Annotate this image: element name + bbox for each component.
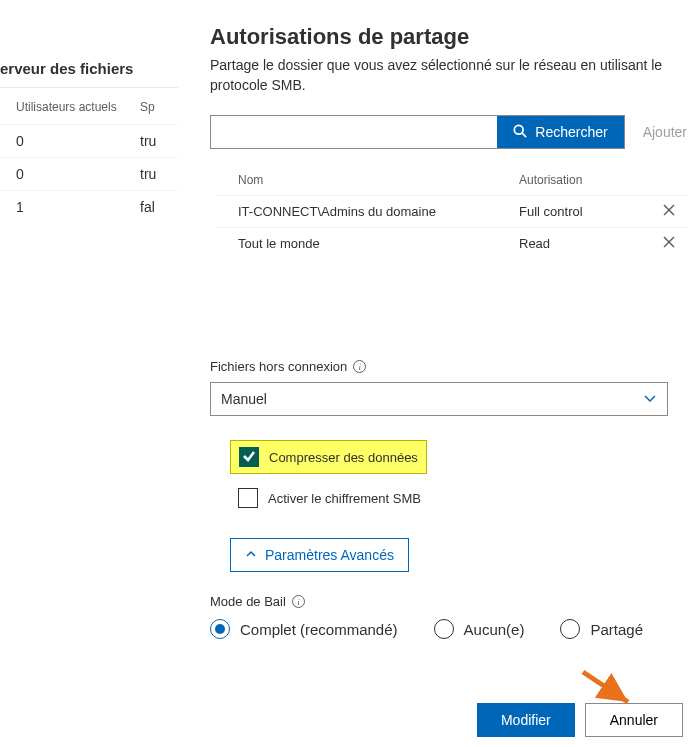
add-button[interactable]: Ajouter: [635, 115, 695, 149]
search-icon: [513, 124, 527, 141]
table-row: 0 tru: [0, 124, 178, 157]
chevron-down-icon: [643, 391, 657, 408]
permission-auth: Read: [519, 236, 649, 251]
remove-permission-button[interactable]: [649, 236, 689, 251]
table-row: 0 tru: [0, 157, 178, 190]
offline-files-select[interactable]: Manuel: [210, 382, 668, 416]
info-icon[interactable]: i: [353, 360, 366, 373]
cancel-button[interactable]: Annuler: [585, 703, 683, 737]
svg-line-6: [583, 672, 628, 702]
encrypt-smb-label: Activer le chiffrement SMB: [268, 491, 421, 506]
advanced-settings-label: Paramètres Avancés: [265, 547, 394, 563]
col-name: Nom: [216, 173, 519, 187]
lease-shared-radio[interactable]: Partagé: [560, 619, 643, 639]
modify-button[interactable]: Modifier: [477, 703, 575, 737]
encrypt-smb-checkbox[interactable]: [238, 488, 258, 508]
search-input[interactable]: [211, 116, 497, 148]
search-box: Rechercher: [210, 115, 625, 149]
section-title: erveur des fichiers: [0, 60, 178, 88]
svg-line-1: [522, 133, 526, 137]
chevron-up-icon: [245, 547, 257, 563]
search-button[interactable]: Rechercher: [497, 116, 623, 148]
lease-full-radio[interactable]: Complet (recommandé): [210, 619, 398, 639]
annotation-arrow: [578, 667, 638, 707]
permission-row[interactable]: Tout le monde Read: [216, 227, 689, 259]
permission-auth: Full control: [519, 204, 649, 219]
encrypt-smb-row: Activer le chiffrement SMB i: [238, 488, 695, 508]
select-value: Manuel: [221, 391, 267, 407]
close-icon: [663, 204, 675, 219]
permissions-header: Nom Autorisation: [216, 163, 689, 195]
permission-name: IT-CONNECT\Admins du domaine: [216, 204, 519, 219]
search-button-label: Rechercher: [535, 124, 607, 140]
info-icon[interactable]: i: [292, 595, 305, 608]
lease-none-radio[interactable]: Aucun(e): [434, 619, 525, 639]
offline-files-label: Fichiers hors connexion i: [210, 359, 695, 374]
permission-name: Tout le monde: [216, 236, 519, 251]
lease-mode-group: Complet (recommandé) Aucun(e) Partagé: [210, 619, 695, 639]
compress-data-row: Compresser des données: [230, 440, 427, 474]
compress-data-checkbox[interactable]: [239, 447, 259, 467]
background-table: erveur des fichiers Utilisateurs actuels…: [0, 0, 178, 747]
close-icon: [663, 236, 675, 251]
svg-point-0: [515, 125, 524, 134]
table-header: Utilisateurs actuels Sp: [0, 88, 178, 124]
advanced-settings-toggle[interactable]: Paramètres Avancés: [230, 538, 409, 572]
col-header-users: Utilisateurs actuels: [0, 100, 140, 114]
panel-subtitle: Partage le dossier que vous avez sélecti…: [210, 56, 695, 95]
panel-title: Autorisations de partage: [210, 24, 695, 50]
col-auth: Autorisation: [519, 173, 649, 187]
check-icon: [242, 449, 256, 466]
share-permissions-panel: Autorisations de partage Partage le doss…: [178, 0, 695, 747]
col-header-sp: Sp: [140, 100, 170, 114]
table-row: 1 fal: [0, 190, 178, 223]
remove-permission-button[interactable]: [649, 204, 689, 219]
permission-row[interactable]: IT-CONNECT\Admins du domaine Full contro…: [216, 195, 689, 227]
lease-mode-label: Mode de Bail i: [210, 594, 695, 609]
compress-data-label: Compresser des données: [269, 450, 418, 465]
